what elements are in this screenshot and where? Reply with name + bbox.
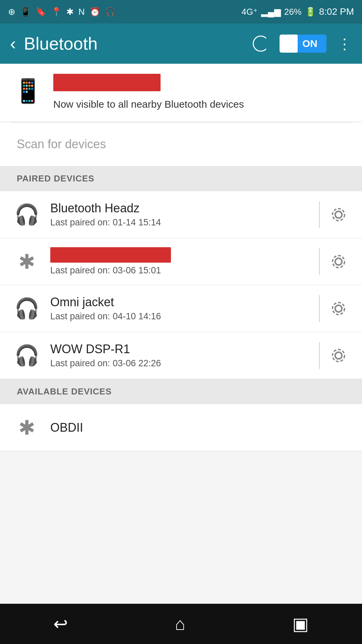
top-actions: ON ⋮: [253, 35, 352, 53]
device-separator-1: [319, 201, 320, 228]
device-item-bluetooth-headz[interactable]: 🎧 Bluetooth Headz Last paired on: 01-14 …: [0, 191, 362, 238]
more-options-icon[interactable]: ⋮: [337, 35, 352, 52]
lte-label: 4G⁺: [242, 7, 258, 17]
bluetooth-icon-2: ✱: [18, 250, 35, 273]
svg-point-2: [335, 258, 342, 265]
device-icon-wrap-3: 🎧: [10, 297, 44, 320]
toggle-label: ON: [298, 38, 322, 49]
gear-icon-2: [329, 252, 348, 271]
device-name-3: Omni jacket: [50, 295, 307, 309]
device-phone-icon: 📱: [13, 78, 43, 104]
phone-status-icon: 📱: [20, 7, 31, 17]
gear-icon-3: [329, 299, 348, 318]
device-item-obdii[interactable]: ✱ OBDII: [0, 404, 362, 451]
nav-recent-icon[interactable]: ▣: [292, 614, 309, 634]
bluetooth-toggle[interactable]: ON: [280, 35, 326, 53]
headphone-icon-1: 🎧: [14, 203, 40, 226]
svg-point-6: [335, 352, 342, 359]
device-info-1: Bluetooth Headz Last paired on: 01-14 15…: [44, 201, 314, 228]
device-last-paired-4: Last paired on: 03-06 22:26: [50, 358, 307, 369]
device-name-5: OBDII: [50, 421, 345, 435]
headset-status-icon: 🎧: [105, 7, 116, 17]
device-icon-wrap-4: 🎧: [10, 343, 44, 367]
device-settings-1[interactable]: [325, 205, 352, 224]
device-last-paired-1: Last paired on: 01-14 15:14: [50, 217, 307, 228]
status-icons-right: 4G⁺ ▂▄▆ 26% 🔋 8:02 PM: [242, 6, 354, 17]
device-info-4: WOW DSP-R1 Last paired on: 03-06 22:26: [44, 342, 314, 369]
device-icon-wrap-5: ✱: [10, 416, 44, 439]
available-devices-header: AVAILABLE DEVICES: [0, 379, 362, 404]
available-devices-label: AVAILABLE DEVICES: [17, 386, 112, 396]
page-title: Bluetooth: [24, 34, 245, 54]
alarm-status-icon: ⏰: [89, 7, 100, 17]
status-icons-left: ⊕ 📱 🔖 📍 ✱ N ⏰ 🎧: [8, 7, 116, 17]
gear-icon-4: [329, 346, 348, 365]
device-separator-2: [319, 248, 320, 275]
visibility-text: Now visible to all nearby Bluetooth devi…: [53, 99, 244, 110]
device-last-paired-3: Last paired on: 04-10 14:16: [50, 311, 307, 322]
device-info-3: Omni jacket Last paired on: 04-10 14:16: [44, 295, 314, 322]
device-item-wow-dsp[interactable]: 🎧 WOW DSP-R1 Last paired on: 03-06 22:26: [0, 332, 362, 379]
visibility-content: Now visible to all nearby Bluetooth devi…: [53, 74, 349, 112]
device-icon-wrap-2: ✱: [10, 250, 44, 273]
device-settings-3[interactable]: [325, 299, 352, 318]
headphone-icon-4: 🎧: [14, 343, 40, 367]
device-settings-2[interactable]: [325, 252, 352, 271]
device-name-4: WOW DSP-R1: [50, 342, 307, 356]
device-info-5: OBDII: [44, 421, 352, 435]
gear-icon-1: [329, 205, 348, 224]
device-name-redbar-2: [50, 247, 171, 263]
top-bar: ‹ Bluetooth ON ⋮: [0, 23, 362, 64]
nav-back-icon[interactable]: ↩: [53, 614, 68, 634]
svg-point-5: [333, 303, 345, 315]
nav-bar: ↩ ⌂ ▣: [0, 604, 362, 644]
device-settings-4[interactable]: [325, 346, 352, 365]
back-button[interactable]: ‹: [10, 35, 16, 52]
svg-point-1: [333, 209, 345, 221]
svg-point-4: [335, 305, 342, 312]
visibility-section: 📱 Now visible to all nearby Bluetooth de…: [0, 64, 362, 122]
paired-devices-label: PAIRED DEVICES: [17, 173, 95, 183]
nfc-status-icon: N: [78, 7, 85, 17]
battery-icon: 🔋: [305, 7, 316, 17]
svg-point-7: [333, 350, 345, 362]
phone-icon-wrap: 📱: [13, 77, 43, 105]
location-status-icon: 📍: [51, 7, 62, 17]
paired-devices-header: PAIRED DEVICES: [0, 166, 362, 191]
bluetooth-status-icon: ✱: [66, 7, 74, 17]
device-separator-3: [319, 295, 320, 322]
svg-point-3: [333, 256, 345, 268]
device-separator-4: [319, 342, 320, 369]
svg-point-0: [335, 211, 342, 218]
nav-home-icon[interactable]: ⌂: [175, 614, 185, 634]
device-item-omni-jacket[interactable]: 🎧 Omni jacket Last paired on: 04-10 14:1…: [0, 285, 362, 332]
headphone-icon-3: 🎧: [14, 297, 40, 320]
device-icon-wrap-1: 🎧: [10, 203, 44, 226]
bookmark-status-icon: 🔖: [36, 7, 46, 17]
add-status-icon: ⊕: [8, 7, 15, 17]
device-item-redbar[interactable]: ✱ Last paired on: 03-06 15:01: [0, 238, 362, 285]
scan-section[interactable]: Scan for devices: [0, 122, 362, 166]
time-display: 8:02 PM: [319, 6, 354, 17]
battery-percent: 26%: [284, 7, 302, 17]
device-info-2: Last paired on: 03-06 15:01: [44, 247, 314, 276]
device-last-paired-2: Last paired on: 03-06 15:01: [50, 265, 307, 276]
device-name-1: Bluetooth Headz: [50, 201, 307, 215]
device-name-redbar-top: [53, 74, 161, 91]
bluetooth-icon-5: ✱: [18, 416, 35, 439]
loading-spinner-icon: [253, 36, 269, 52]
toggle-indicator: [280, 35, 298, 53]
signal-icon: ▂▄▆: [261, 7, 281, 17]
status-bar: ⊕ 📱 🔖 📍 ✱ N ⏰ 🎧 4G⁺ ▂▄▆ 26% 🔋 8:02 PM: [0, 0, 362, 23]
scan-label[interactable]: Scan for devices: [17, 137, 106, 151]
